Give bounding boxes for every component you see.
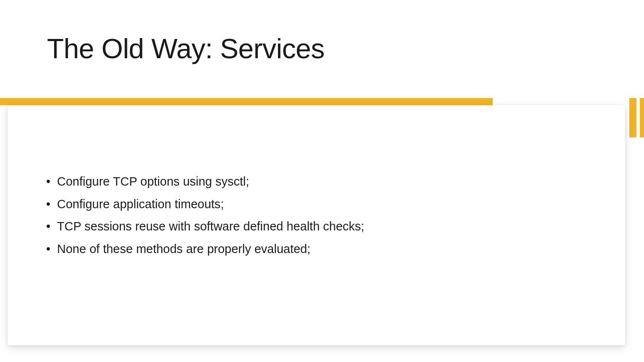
bullet-item: Configure TCP options using sysctl;	[42, 173, 364, 191]
bullet-item: None of these methods are properly evalu…	[42, 240, 364, 259]
accent-bar-vertical-1	[629, 98, 636, 137]
slide-title: The Old Way: Services	[47, 33, 325, 65]
accent-bar-vertical-2	[640, 98, 644, 137]
bullet-item: TCP sessions reuse with software defined…	[42, 217, 364, 236]
accent-bar-horizontal	[0, 98, 493, 105]
slide: The Old Way: Services Configure TCP opti…	[0, 0, 644, 362]
bullet-item: Configure application timeouts;	[42, 195, 364, 214]
bullet-list: Configure TCP options using sysctl; Conf…	[42, 173, 364, 262]
